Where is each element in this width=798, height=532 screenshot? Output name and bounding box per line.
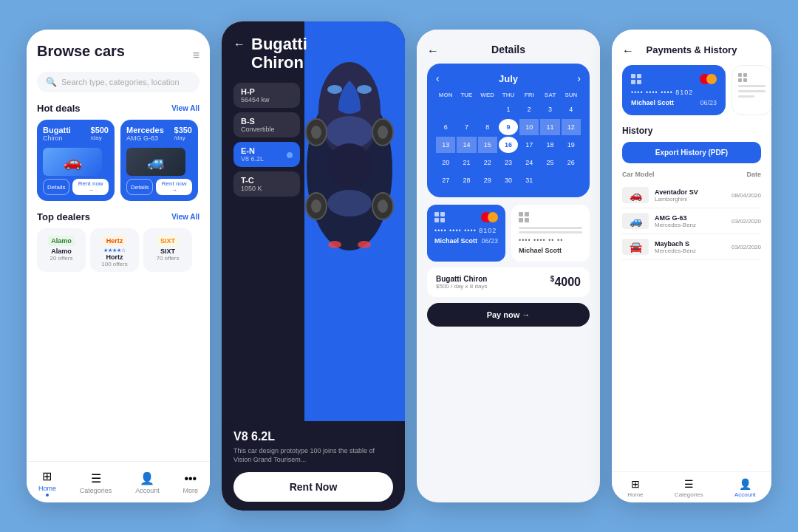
view-all-dealers[interactable]: View All bbox=[171, 213, 200, 221]
export-history-button[interactable]: Export History (PDF) bbox=[622, 142, 761, 163]
card4-sm-grid-icon bbox=[738, 73, 747, 82]
card4-grid-icon bbox=[631, 74, 641, 84]
dealer-alamo[interactable]: Alamo Alamo 20 offers bbox=[37, 228, 86, 272]
view-all-deals[interactable]: View All bbox=[171, 104, 200, 112]
alamo-offers: 20 offers bbox=[43, 255, 80, 262]
cal-day-13[interactable]: 13 bbox=[436, 137, 455, 153]
card-line-1 bbox=[738, 85, 765, 87]
payment-card-primary[interactable]: •••• •••• •••• 8102 Michael Scott 06/23 bbox=[427, 205, 505, 262]
cal-day-4[interactable]: 4 bbox=[562, 101, 581, 117]
card4-primary-card[interactable]: •••• •••• •••• 8102 Michael Scott 06/23 bbox=[622, 65, 726, 115]
cal-day-3[interactable]: 3 bbox=[540, 101, 559, 117]
cal-day-28[interactable]: 28 bbox=[457, 172, 476, 188]
deal1-details-button[interactable]: Details bbox=[43, 179, 69, 195]
amg-brand: Mercedes-Benz bbox=[655, 222, 726, 228]
card4-payment-cards: •••• •••• •••• 8102 Michael Scott 06/23 bbox=[612, 65, 771, 115]
c4-nav-account[interactable]: 👤 Account bbox=[734, 478, 756, 498]
cal-day-21[interactable]: 21 bbox=[457, 154, 476, 171]
card-number: •••• •••• •••• 8102 bbox=[434, 227, 498, 234]
alamo-logo: Alamo bbox=[48, 236, 75, 246]
cal-day-23[interactable]: 23 bbox=[499, 154, 518, 171]
cal-day-7[interactable]: 7 bbox=[457, 119, 476, 135]
cal-day-6[interactable]: 6 bbox=[436, 119, 455, 135]
cal-day-14[interactable]: 14 bbox=[457, 137, 476, 153]
cal-day-16[interactable]: 16 bbox=[499, 137, 518, 153]
bugatti-thumbnail bbox=[43, 148, 102, 176]
booking-price: $4000 bbox=[550, 275, 581, 289]
cal-day-9[interactable]: 9 bbox=[499, 119, 518, 135]
home-active-dot bbox=[46, 494, 49, 497]
rent-now-button[interactable]: Rent Now bbox=[233, 472, 393, 502]
details-title: Details bbox=[445, 44, 572, 55]
amg-date: 03/02/2020 bbox=[732, 218, 761, 225]
bugatti-detail-screen: ← BugattiChiron H-P 56454 kw B-S Convert… bbox=[222, 21, 405, 511]
deal1-rent-button[interactable]: Rent now → bbox=[72, 179, 109, 195]
cal-next-button[interactable]: › bbox=[577, 72, 581, 84]
cal-day-29[interactable]: 29 bbox=[478, 172, 497, 188]
spec-hp[interactable]: H-P 56454 kw bbox=[233, 83, 300, 108]
nav-categories[interactable]: ☰ Categories bbox=[80, 471, 112, 494]
deal2-sub: AMG G-63 bbox=[126, 134, 164, 142]
cal-day-27[interactable]: 27 bbox=[436, 172, 455, 188]
nav-more[interactable]: ••• More bbox=[183, 472, 199, 494]
c4-nav-categories[interactable]: ☰ Categories bbox=[675, 478, 703, 498]
back-button-card4[interactable]: ← bbox=[622, 44, 634, 58]
pay-now-button[interactable]: Pay now → bbox=[427, 303, 590, 327]
cal-day-empty5 bbox=[562, 172, 581, 188]
details-screen: ← Details ‹ July › MON TUE WED THU FRI S… bbox=[417, 30, 600, 502]
back-button-card2[interactable]: ← bbox=[233, 38, 245, 51]
deal1-sub: Chiron bbox=[43, 134, 71, 142]
search-placeholder: Search type, categories, location bbox=[61, 78, 180, 86]
payment-card-secondary[interactable]: •••• •••• •• •• Michael Scott bbox=[511, 205, 590, 262]
card4-secondary-card[interactable] bbox=[732, 65, 771, 115]
cal-day-20[interactable]: 20 bbox=[436, 154, 455, 171]
back-button-card3[interactable]: ← bbox=[427, 44, 439, 58]
hamburger-icon[interactable]: ≡ bbox=[193, 49, 200, 62]
c4-account-icon: 👤 bbox=[739, 478, 751, 490]
card2-car-title: BugattiChiron bbox=[251, 35, 307, 72]
cal-day-15[interactable]: 15 bbox=[478, 137, 497, 153]
spec-bs[interactable]: B-S Convertible bbox=[233, 112, 300, 137]
cal-day-11[interactable]: 11 bbox=[540, 119, 559, 135]
cal-day-17[interactable]: 17 bbox=[519, 137, 539, 153]
hertz-logo: Hertz bbox=[103, 236, 126, 246]
cal-day-10[interactable]: 10 bbox=[519, 119, 539, 135]
nav-account[interactable]: 👤 Account bbox=[135, 471, 160, 494]
card4-mastercard-icon bbox=[700, 74, 717, 84]
spec-en-title: E-N bbox=[241, 146, 293, 155]
cal-header-wed: WED bbox=[478, 90, 497, 100]
hot-deals-list: Bugatti Chiron $500 /day Details Rent no… bbox=[37, 120, 200, 201]
dealer-sixt[interactable]: SIXT SIXT 70 offers bbox=[143, 228, 192, 272]
cal-header-sat: SAT bbox=[540, 90, 559, 100]
deal-card-mercedes: Mercedes AMG G-63 $350 /day Details Rent… bbox=[120, 120, 198, 201]
cal-day-12[interactable]: 12 bbox=[562, 119, 581, 135]
card2-top: ← BugattiChiron H-P 56454 kw B-S Convert… bbox=[222, 21, 405, 421]
c4-nav-home[interactable]: ⊞ Home bbox=[627, 478, 643, 498]
cal-day-1[interactable]: 1 bbox=[499, 101, 518, 117]
nav-categories-label: Categories bbox=[80, 487, 112, 494]
amg-thumbnail: 🚙 bbox=[622, 213, 649, 229]
cal-day-2[interactable]: 2 bbox=[519, 101, 539, 117]
payments-history-title: Payments & History bbox=[640, 44, 743, 55]
dealer-hertz[interactable]: Hertz ★★★★☆ Hortz 100 offers bbox=[90, 228, 139, 272]
cal-prev-button[interactable]: ‹ bbox=[436, 72, 440, 84]
cal-day-8[interactable]: 8 bbox=[478, 119, 497, 135]
nav-home[interactable]: ⊞ Home bbox=[38, 469, 56, 497]
cal-day-19[interactable]: 19 bbox=[562, 137, 581, 153]
card2-name: Michael Scott bbox=[519, 247, 582, 254]
search-bar[interactable]: 🔍 Search type, categories, location bbox=[37, 72, 200, 92]
history-label: History bbox=[622, 126, 761, 136]
cal-day-26[interactable]: 26 bbox=[562, 154, 581, 171]
cal-day-31[interactable]: 31 bbox=[519, 172, 539, 188]
price-dollar-sign: $ bbox=[550, 275, 555, 283]
spec-en[interactable]: E-N V8 6.2L bbox=[233, 142, 300, 167]
cal-day-25[interactable]: 25 bbox=[540, 154, 559, 171]
history-item-maybach: 🚘 Maybach S Mercedes-Benz 03/02/2020 bbox=[622, 234, 761, 260]
cal-day-18[interactable]: 18 bbox=[540, 137, 559, 153]
deal2-rent-button[interactable]: Rent now → bbox=[156, 179, 192, 195]
cal-day-22[interactable]: 22 bbox=[478, 154, 497, 171]
cal-day-30[interactable]: 30 bbox=[499, 172, 518, 188]
deal2-details-button[interactable]: Details bbox=[126, 179, 153, 195]
spec-tc[interactable]: T-C 1050 K bbox=[233, 171, 300, 197]
cal-day-24[interactable]: 24 bbox=[519, 154, 539, 171]
